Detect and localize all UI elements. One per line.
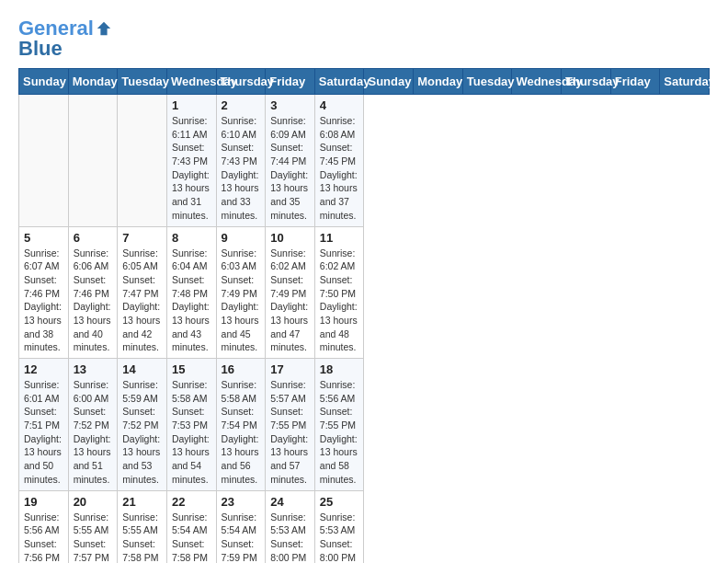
day-number: 19 (24, 495, 63, 509)
day-info: Sunrise: 5:58 AM Sunset: 7:53 PM Dayligh… (172, 378, 211, 487)
day-number: 3 (270, 98, 310, 112)
day-number: 6 (74, 231, 113, 245)
calendar-week-row: 19Sunrise: 5:56 AM Sunset: 7:56 PM Dayli… (19, 490, 710, 563)
day-info: Sunrise: 6:04 AM Sunset: 7:48 PM Dayligh… (172, 247, 211, 355)
day-number: 2 (222, 98, 261, 112)
calendar-cell: 22Sunrise: 5:54 AM Sunset: 7:58 PM Dayli… (166, 490, 216, 563)
calendar-cell: 8Sunrise: 6:04 AM Sunset: 7:48 PM Daylig… (166, 226, 216, 359)
day-of-week-header: Tuesday (462, 69, 512, 95)
day-number: 21 (122, 495, 162, 509)
day-info: Sunrise: 6:06 AM Sunset: 7:46 PM Dayligh… (74, 247, 113, 355)
day-of-week-header: Tuesday (118, 69, 167, 95)
calendar-cell: 2Sunrise: 6:10 AM Sunset: 7:43 PM Daylig… (216, 95, 266, 227)
calendar-week-row: 1Sunrise: 6:11 AM Sunset: 7:43 PM Daylig… (19, 95, 710, 227)
day-number: 22 (172, 495, 211, 509)
calendar-cell: 24Sunrise: 5:53 AM Sunset: 8:00 PM Dayli… (266, 490, 315, 563)
calendar-cell: 5Sunrise: 6:07 AM Sunset: 7:46 PM Daylig… (19, 226, 69, 359)
day-info: Sunrise: 5:57 AM Sunset: 7:55 PM Dayligh… (270, 378, 310, 487)
calendar-cell: 25Sunrise: 5:53 AM Sunset: 8:00 PM Dayli… (314, 490, 364, 563)
day-info: Sunrise: 5:54 AM Sunset: 7:59 PM Dayligh… (222, 511, 261, 564)
day-of-week-header: Thursday (216, 69, 266, 95)
day-info: Sunrise: 6:11 AM Sunset: 7:43 PM Dayligh… (172, 114, 211, 223)
page-header: General Blue (18, 18, 710, 59)
day-info: Sunrise: 6:10 AM Sunset: 7:43 PM Dayligh… (222, 114, 261, 223)
calendar-cell: 17Sunrise: 5:57 AM Sunset: 7:55 PM Dayli… (266, 359, 315, 491)
day-info: Sunrise: 6:02 AM Sunset: 7:49 PM Dayligh… (270, 247, 310, 355)
day-info: Sunrise: 6:09 AM Sunset: 7:44 PM Dayligh… (270, 114, 310, 223)
day-of-week-header: Sunday (19, 69, 69, 95)
calendar-cell (68, 95, 118, 227)
calendar-header-row: SundayMondayTuesdayWednesdayThursdayFrid… (19, 69, 710, 95)
day-of-week-header: Monday (414, 69, 463, 95)
calendar-cell: 9Sunrise: 6:03 AM Sunset: 7:49 PM Daylig… (216, 226, 266, 359)
calendar-cell: 15Sunrise: 5:58 AM Sunset: 7:53 PM Dayli… (166, 359, 216, 491)
day-of-week-header: Wednesday (512, 69, 562, 95)
calendar-cell: 21Sunrise: 5:55 AM Sunset: 7:58 PM Dayli… (118, 490, 167, 563)
calendar-cell: 19Sunrise: 5:56 AM Sunset: 7:56 PM Dayli… (19, 490, 69, 563)
calendar-cell (118, 95, 167, 227)
day-info: Sunrise: 6:07 AM Sunset: 7:46 PM Dayligh… (24, 247, 63, 355)
calendar-cell: 3Sunrise: 6:09 AM Sunset: 7:44 PM Daylig… (266, 95, 315, 227)
calendar-cell: 7Sunrise: 6:05 AM Sunset: 7:47 PM Daylig… (118, 226, 167, 359)
day-of-week-header: Friday (266, 69, 315, 95)
day-of-week-header: Saturday (314, 69, 364, 95)
day-number: 4 (320, 98, 359, 112)
day-number: 12 (24, 362, 63, 376)
day-info: Sunrise: 5:53 AM Sunset: 8:00 PM Dayligh… (270, 511, 310, 564)
calendar-cell: 20Sunrise: 5:55 AM Sunset: 7:57 PM Dayli… (68, 490, 118, 563)
day-number: 17 (270, 362, 310, 376)
logo: General Blue (18, 18, 112, 59)
logo-text: General (18, 18, 94, 39)
day-number: 14 (122, 362, 162, 376)
logo-blue: Blue (18, 39, 112, 59)
day-number: 15 (172, 362, 211, 376)
day-info: Sunrise: 6:05 AM Sunset: 7:47 PM Dayligh… (122, 247, 162, 355)
logo-icon (96, 20, 112, 37)
day-info: Sunrise: 5:56 AM Sunset: 7:56 PM Dayligh… (24, 511, 63, 564)
svg-marker-0 (97, 22, 110, 35)
day-number: 23 (222, 495, 261, 509)
day-info: Sunrise: 5:54 AM Sunset: 7:58 PM Dayligh… (172, 511, 211, 564)
day-info: Sunrise: 5:56 AM Sunset: 7:55 PM Dayligh… (320, 378, 359, 487)
calendar-week-row: 5Sunrise: 6:07 AM Sunset: 7:46 PM Daylig… (19, 226, 710, 359)
day-number: 10 (270, 231, 310, 245)
day-info: Sunrise: 6:03 AM Sunset: 7:49 PM Dayligh… (222, 247, 261, 355)
calendar-cell: 18Sunrise: 5:56 AM Sunset: 7:55 PM Dayli… (314, 359, 364, 491)
day-number: 13 (74, 362, 113, 376)
day-of-week-header: Sunday (364, 69, 414, 95)
calendar-cell (19, 95, 69, 227)
calendar-cell: 23Sunrise: 5:54 AM Sunset: 7:59 PM Dayli… (216, 490, 266, 563)
day-info: Sunrise: 6:02 AM Sunset: 7:50 PM Dayligh… (320, 247, 359, 355)
day-number: 11 (320, 231, 359, 245)
calendar-cell: 6Sunrise: 6:06 AM Sunset: 7:46 PM Daylig… (68, 226, 118, 359)
day-info: Sunrise: 5:53 AM Sunset: 8:00 PM Dayligh… (320, 511, 359, 564)
calendar-table: SundayMondayTuesdayWednesdayThursdayFrid… (18, 68, 710, 563)
calendar-cell: 11Sunrise: 6:02 AM Sunset: 7:50 PM Dayli… (314, 226, 364, 359)
day-number: 5 (24, 231, 63, 245)
day-number: 25 (320, 495, 359, 509)
day-of-week-header: Friday (610, 69, 660, 95)
day-number: 20 (74, 495, 113, 509)
day-number: 9 (222, 231, 261, 245)
day-of-week-header: Saturday (660, 69, 710, 95)
day-number: 16 (222, 362, 261, 376)
day-of-week-header: Monday (68, 69, 118, 95)
day-info: Sunrise: 6:00 AM Sunset: 7:52 PM Dayligh… (74, 378, 113, 487)
calendar-cell: 12Sunrise: 6:01 AM Sunset: 7:51 PM Dayli… (19, 359, 69, 491)
day-number: 8 (172, 231, 211, 245)
day-info: Sunrise: 5:58 AM Sunset: 7:54 PM Dayligh… (222, 378, 261, 487)
day-info: Sunrise: 5:59 AM Sunset: 7:52 PM Dayligh… (122, 378, 162, 487)
day-info: Sunrise: 6:01 AM Sunset: 7:51 PM Dayligh… (24, 378, 63, 487)
calendar-cell: 16Sunrise: 5:58 AM Sunset: 7:54 PM Dayli… (216, 359, 266, 491)
day-number: 1 (172, 98, 211, 112)
day-number: 7 (122, 231, 162, 245)
day-info: Sunrise: 6:08 AM Sunset: 7:45 PM Dayligh… (320, 114, 359, 223)
calendar-cell: 10Sunrise: 6:02 AM Sunset: 7:49 PM Dayli… (266, 226, 315, 359)
day-number: 24 (270, 495, 310, 509)
day-of-week-header: Wednesday (166, 69, 216, 95)
day-number: 18 (320, 362, 359, 376)
day-info: Sunrise: 5:55 AM Sunset: 7:58 PM Dayligh… (122, 511, 162, 564)
calendar-cell: 13Sunrise: 6:00 AM Sunset: 7:52 PM Dayli… (68, 359, 118, 491)
calendar-week-row: 12Sunrise: 6:01 AM Sunset: 7:51 PM Dayli… (19, 359, 710, 491)
calendar-cell: 4Sunrise: 6:08 AM Sunset: 7:45 PM Daylig… (314, 95, 364, 227)
